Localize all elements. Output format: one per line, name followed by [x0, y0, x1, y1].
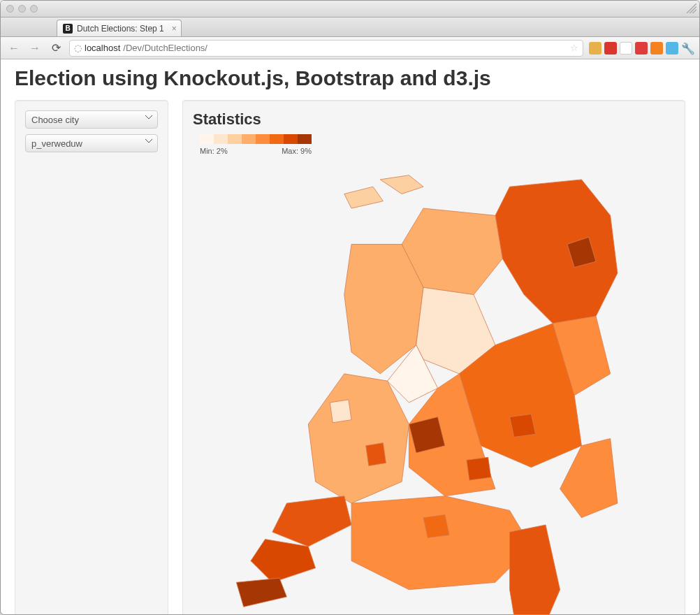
tab-favicon-icon: B — [63, 24, 73, 34]
zoom-window-icon[interactable] — [30, 5, 38, 13]
extension-icon[interactable] — [589, 42, 601, 55]
choropleth-map — [193, 158, 675, 614]
resize-handle-icon[interactable] — [687, 3, 697, 13]
address-bar[interactable]: ◌ localhost/Dev/DutchElections/ ☆ — [69, 40, 583, 57]
wrench-icon[interactable]: 🔧 — [681, 42, 694, 55]
tab-strip: B Dutch Elections: Step 1 × — [1, 17, 699, 37]
color-legend: Min: 2% Max: 9% — [200, 134, 675, 155]
statistics-panel: Statistics Min: 2% Max: 9% — [182, 100, 685, 614]
legend-swatches — [200, 134, 675, 144]
extension-icon[interactable] — [604, 42, 617, 55]
sidebar-panel: Choose city p_verweduw — [15, 100, 168, 614]
legend-swatch — [284, 134, 298, 144]
extension-icon[interactable] — [620, 42, 632, 55]
url-host: localhost — [85, 43, 120, 53]
browser-window: B Dutch Elections: Step 1 × ← → ⟳ ◌ loca… — [0, 0, 700, 615]
legend-swatch — [214, 134, 228, 144]
tab-title: Dutch Elections: Step 1 — [77, 24, 164, 34]
forward-button: → — [27, 41, 43, 56]
legend-swatch — [270, 134, 284, 144]
browser-tab[interactable]: B Dutch Elections: Step 1 × — [57, 20, 182, 36]
legend-swatch — [298, 134, 312, 144]
close-window-icon[interactable] — [6, 5, 14, 13]
back-button[interactable]: ← — [6, 41, 22, 56]
city-select[interactable]: Choose city — [25, 110, 158, 129]
statistics-heading: Statistics — [193, 110, 675, 129]
minimize-window-icon[interactable] — [18, 5, 26, 13]
browser-toolbar: ← → ⟳ ◌ localhost/Dev/DutchElections/ ☆ … — [1, 37, 699, 59]
page-title: Election using Knockout.js, Bootstrap an… — [15, 66, 685, 90]
globe-icon: ◌ — [74, 43, 82, 53]
url-path: /Dev/DutchElections/ — [123, 43, 207, 53]
extension-icons: 🔧 — [589, 42, 694, 55]
star-icon[interactable]: ☆ — [570, 43, 578, 53]
reload-button[interactable]: ⟳ — [48, 41, 64, 56]
legend-max-label: Max: 9% — [282, 147, 312, 155]
extension-icon[interactable] — [635, 42, 648, 55]
window-titlebar — [1, 1, 699, 17]
legend-min-label: Min: 2% — [200, 147, 228, 155]
traffic-lights — [6, 5, 38, 13]
legend-swatch — [228, 134, 242, 144]
metric-select[interactable]: p_verweduw — [25, 134, 158, 152]
netherlands-map-svg — [193, 158, 654, 614]
page-content: Election using Knockout.js, Bootstrap an… — [1, 59, 699, 614]
legend-swatch — [256, 134, 270, 144]
legend-swatch — [200, 134, 214, 144]
legend-swatch — [242, 134, 256, 144]
close-tab-icon[interactable]: × — [172, 24, 177, 34]
extension-icon[interactable] — [650, 42, 663, 55]
extension-icon[interactable] — [666, 42, 678, 55]
